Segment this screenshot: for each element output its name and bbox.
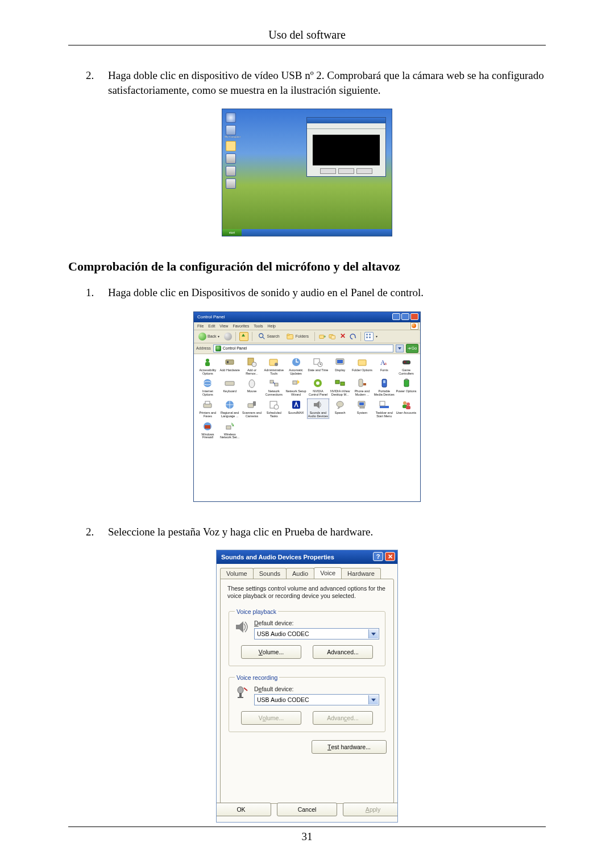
cp-item-mouse: Mouse	[242, 377, 263, 397]
svg-rect-68	[238, 697, 243, 698]
folders-button: Folders	[284, 331, 311, 342]
section-list-2: Seleccione la pestaña Voz y haga clic en…	[97, 525, 546, 539]
shortcut-icon-2	[226, 166, 236, 176]
cp-item-printers: Printers and Faxes	[197, 399, 218, 418]
cp-item-add-remove: Add or Remov...	[242, 356, 263, 376]
cp-item-firewall: Windows Firewall	[197, 421, 218, 440]
section-list-item-2: Seleccione la pestaña Voz y haga clic en…	[97, 525, 546, 539]
svg-point-52	[337, 401, 343, 407]
svg-rect-20	[358, 360, 366, 366]
header-rule	[68, 45, 546, 45]
window-tabs	[307, 123, 385, 129]
test-hardware-button: Test hardware...	[312, 740, 387, 754]
close-icon	[410, 313, 418, 320]
voice-playback-legend: Voice playback	[235, 608, 278, 615]
window-titlebar	[307, 118, 385, 123]
tab-audio: Audio	[286, 568, 314, 579]
svg-point-29	[249, 380, 255, 388]
tab-volume: Volume	[220, 568, 254, 579]
menu-favorites: Favorites	[233, 324, 249, 328]
svg-rect-38	[363, 383, 366, 385]
playback-default-label: Default device:	[254, 620, 379, 626]
svg-point-7	[206, 359, 209, 362]
cp-item-folder-options: Folder Options	[352, 356, 373, 376]
recycle-bin-icon	[226, 113, 236, 123]
tab-voice: Voice	[314, 567, 342, 579]
undo-icon	[349, 333, 357, 340]
intro-list: Haga doble clic en dispositivo de vídeo …	[97, 68, 546, 97]
playback-volume-button: Volume...	[241, 645, 301, 659]
views-icon	[364, 332, 374, 341]
menu-file: File	[197, 324, 204, 328]
menu-edit: Edit	[208, 324, 215, 328]
shortcut-icon-1	[226, 153, 236, 164]
snd-title: Sounds and Audio Devices Properties	[221, 554, 334, 560]
cp-item-network-connections: Network Connections	[263, 377, 284, 397]
voice-recording-group: Voice recording Default device: USB Au	[229, 674, 385, 732]
address-box: Control Panel	[213, 344, 393, 352]
copy-to-icon	[329, 333, 337, 340]
page-header: Uso del software	[68, 28, 546, 41]
cp-item-speech: Speech	[330, 399, 351, 418]
svg-rect-28	[225, 381, 234, 385]
cp-item-display: Display	[330, 356, 351, 376]
search-icon	[258, 333, 266, 340]
svg-line-1	[262, 337, 264, 339]
svg-rect-23	[403, 360, 410, 364]
svg-rect-35	[335, 380, 339, 384]
svg-rect-32	[293, 381, 297, 384]
cp-item-accessibility: Accessibility Options	[197, 356, 218, 376]
svg-rect-44	[205, 401, 210, 404]
cp-item-add-hardware: Add Hardware	[219, 356, 240, 376]
address-label: Address	[196, 346, 211, 350]
svg-rect-4	[320, 335, 324, 338]
my-computer-label: My Computer	[225, 135, 240, 138]
cp-item-network-setup-wizard: Network Setup Wizard	[285, 377, 306, 397]
move-to-icon	[318, 333, 326, 340]
section-heading: Comprobación de la configuración del mic…	[68, 259, 546, 274]
cp-item-keyboard: Keyboard	[219, 377, 240, 397]
cp-menubar: File Edit View Favorites Tools Help	[194, 322, 420, 330]
cp-item-fonts: AaFonts	[374, 356, 395, 376]
throbber-icon	[410, 322, 418, 330]
control-panel-screenshot: Control Panel File Edit View Favorites T…	[193, 312, 421, 502]
svg-rect-31	[275, 383, 278, 386]
minimize-icon	[392, 313, 400, 320]
svg-rect-10	[227, 361, 229, 363]
start-button: start	[222, 229, 242, 236]
svg-rect-6	[331, 335, 335, 339]
svg-rect-57	[380, 401, 385, 406]
menu-tools: Tools	[254, 324, 263, 328]
address-value: Control Panel	[223, 346, 247, 350]
svg-text:a: a	[384, 360, 387, 366]
back-button: Back ▾	[196, 331, 222, 342]
svg-rect-42	[405, 379, 408, 380]
cancel-button: Cancel	[277, 803, 337, 816]
cp-body: Accessibility Options Add Hardware Add o…	[194, 353, 420, 501]
svg-rect-8	[205, 362, 210, 366]
back-label: Back	[208, 334, 217, 338]
section-list-item-1: Haga doble clic en Dispositivos de sonid…	[97, 285, 546, 300]
folders-icon	[287, 333, 294, 340]
svg-rect-37	[359, 379, 363, 387]
tab-sounds: Sounds	[253, 568, 287, 579]
cp-item-power-options: Power Options	[396, 377, 417, 397]
ok-button: OK	[216, 803, 271, 816]
cp-item-auto-updates: Automatic Updates	[285, 356, 306, 376]
svg-point-25	[408, 362, 409, 363]
section-list: Haga doble clic en Dispositivos de sonid…	[97, 285, 546, 300]
go-button: ➔ Go	[406, 344, 418, 353]
svg-point-59	[406, 402, 410, 406]
svg-rect-47	[253, 401, 256, 406]
cp-toolbar: Back ▾ Search Folders	[194, 330, 420, 343]
snd-titlebar: Sounds and Audio Devices Properties ? ✕	[217, 550, 397, 564]
playback-device-select: USB Audio CODEC	[254, 628, 379, 639]
intro-list-item-2: Haga doble clic en dispositivo de vídeo …	[97, 68, 546, 97]
recording-default-label: Default device:	[254, 686, 379, 692]
microphone-icon	[235, 686, 250, 700]
snd-description: These settings control volume and advanc…	[227, 585, 387, 600]
svg-rect-3	[287, 334, 289, 336]
recording-volume-button: Volume...	[241, 711, 301, 725]
svg-rect-19	[337, 360, 343, 363]
address-dropdown-icon	[396, 344, 404, 352]
